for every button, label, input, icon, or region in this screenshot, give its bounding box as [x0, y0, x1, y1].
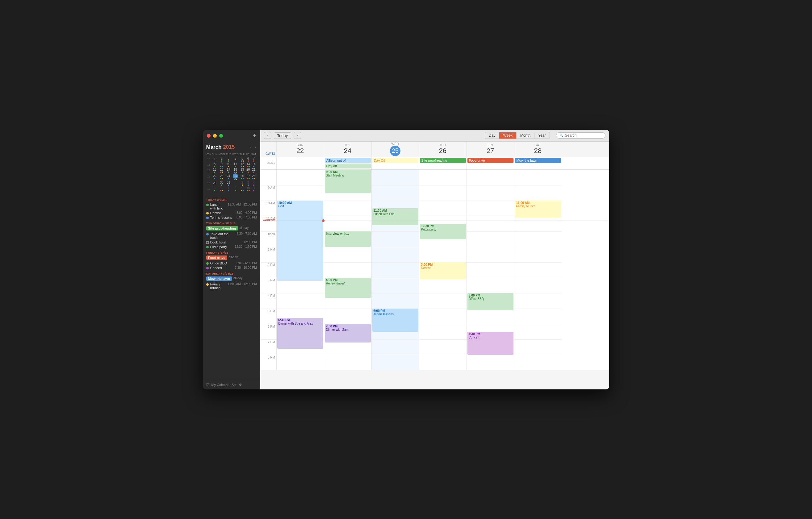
- week-header: CW 13 SUN 22 TUE 24 WED 25 THU 26: [260, 142, 609, 157]
- tennis-lessons-event[interactable]: 6:00 PM Tennis lessons: [372, 309, 418, 332]
- agenda-saturday-header: SATURDAY 3/28/15: [206, 272, 257, 275]
- list-item[interactable]: Family brunch 11:00 AM - 12:00 PM: [206, 282, 257, 290]
- staff-meeting-event[interactable]: 9:00 AM Staff Meeting: [325, 170, 371, 193]
- header-day-thu: THU 26: [419, 142, 466, 157]
- search-box: 🔍: [556, 132, 605, 139]
- allday-cell-tue: Allison out of... Day off: [324, 157, 371, 170]
- header-day-wed: WED 25: [371, 142, 419, 157]
- cal-toolbar: ‹ Today › Day Week Month Year 🔍: [260, 130, 609, 142]
- time-grid: 9 AM 10 AM 11 AM noon 1 PM 2 PM 3 PM 4 P…: [260, 170, 609, 370]
- renew-driver-event[interactable]: 4:00 PM Renew driver'...: [325, 278, 371, 298]
- agenda-today-header: TODAY 3/25/15: [206, 199, 257, 202]
- food-drive-tag: Food drive: [206, 255, 227, 260]
- list-item[interactable]: Pizza party 12:30 - 1:30 PM: [206, 245, 257, 249]
- event-dot: [206, 267, 209, 269]
- mini-cal-next[interactable]: ›: [254, 145, 257, 149]
- event-dot: [206, 262, 209, 265]
- dinner-sam-event[interactable]: 7:00 PM Dinner with Sam: [325, 324, 371, 342]
- mini-cal-header: March 2015 ‹ ›: [206, 144, 257, 150]
- allday-event[interactable]: Day off: [325, 163, 371, 169]
- concert-event[interactable]: 7:30 PM Concert: [467, 332, 514, 355]
- allday-event-site-proofreading[interactable]: Site proofreading: [420, 158, 466, 163]
- event-dot-square: [206, 241, 209, 244]
- agenda-friday-header: FRIDAY 3/27/15: [206, 251, 257, 254]
- pizza-party-event[interactable]: 12:30 PM Pizza party: [420, 224, 466, 239]
- day-col-sun: 10:00 AM Golf 6:30 PM Dinner with Sue an…: [276, 170, 324, 370]
- list-item[interactable]: Dentist 3:00 - 4:00 PM: [206, 211, 257, 215]
- allday-cell-sun: [276, 157, 324, 170]
- site-proofreading-tag: Site proofreading: [206, 226, 238, 231]
- allday-label: all-day: [260, 157, 276, 170]
- sidebar: + March 2015 ‹ › CW SUN MON: [203, 130, 260, 389]
- allday-cell-wed: Day Off: [371, 157, 419, 170]
- mini-cal-prev[interactable]: ‹: [250, 145, 252, 149]
- day-col-sat: 11:00 AM Family brunch: [514, 170, 561, 370]
- minimize-button[interactable]: [213, 134, 217, 138]
- year-view-button[interactable]: Year: [534, 132, 549, 139]
- interview-event[interactable]: Interview with...: [325, 232, 371, 247]
- list-item[interactable]: Food drive all-day: [206, 255, 257, 261]
- allday-event-food-drive[interactable]: Food drive: [467, 158, 514, 163]
- list-item[interactable]: Mow the lawn all-day: [206, 276, 257, 281]
- mini-cal-grid: CW SUN MON TUE WED THU FRI SAT 10 1 2: [206, 152, 257, 192]
- event-dot: [206, 246, 209, 248]
- prev-week-button[interactable]: ‹: [264, 132, 271, 139]
- header-day-sat: SAT 28: [514, 142, 561, 157]
- app-window: + March 2015 ‹ › CW SUN MON: [203, 130, 609, 389]
- event-dot: [206, 217, 209, 219]
- list-item[interactable]: Book hotel 12:00 PM: [206, 240, 257, 244]
- allday-row: all-day Allison out of... Day off Day Of…: [260, 157, 609, 170]
- list-item[interactable]: Site proofreading all-day: [206, 226, 257, 231]
- month-view-button[interactable]: Month: [517, 132, 534, 139]
- event-dot: [206, 283, 209, 286]
- header-day-fri: FRI 27: [466, 142, 514, 157]
- allday-event[interactable]: Allison out of...: [325, 158, 371, 163]
- header-day-sun: SUN 22: [276, 142, 324, 157]
- allday-cell-sat: Mow the lawn: [514, 157, 561, 170]
- sidebar-titlebar: +: [203, 130, 260, 142]
- mini-calendar: March 2015 ‹ › CW SUN MON TUE WED THU: [203, 142, 260, 194]
- cw-label: CW 13: [260, 142, 276, 157]
- add-event-button[interactable]: +: [253, 133, 256, 139]
- family-brunch-event[interactable]: 11:00 AM Family brunch: [515, 201, 561, 217]
- allday-event-mow-lawn[interactable]: Mow the lawn: [515, 158, 561, 163]
- time-label-col: 9 AM 10 AM 11 AM noon 1 PM 2 PM 3 PM 4 P…: [260, 170, 276, 370]
- allday-cell-fri: Food drive: [466, 157, 514, 170]
- view-switcher: Day Week Month Year: [485, 132, 550, 139]
- search-icon: 🔍: [559, 133, 564, 138]
- header-day-tue: TUE 24: [324, 142, 371, 157]
- day-col-tue: 9:00 AM Staff Meeting Interview with... …: [324, 170, 371, 370]
- event-dot: [206, 233, 209, 236]
- lunch-eric-event[interactable]: 11:30 AM Lunch with Eric: [372, 208, 418, 225]
- fullscreen-button[interactable]: [219, 134, 223, 138]
- event-dot: [206, 212, 209, 214]
- agenda-tomorrow-header: TOMORROW 3/26/15: [206, 222, 257, 225]
- mow-lawn-tag: Mow the lawn: [206, 276, 232, 281]
- office-bbq-event[interactable]: 5:00 PM Office BBQ: [467, 293, 514, 310]
- main-calendar: ‹ Today › Day Week Month Year 🔍 CW 13 SU…: [260, 130, 609, 389]
- event-dot: [206, 204, 209, 206]
- day-view-button[interactable]: Day: [485, 132, 499, 139]
- search-input[interactable]: [565, 133, 602, 138]
- agenda-section: TODAY 3/25/15 Lunch with Eric 11:30 AM -…: [203, 194, 260, 380]
- allday-cell-thu: Site proofreading: [419, 157, 466, 170]
- calendar-set-footer[interactable]: ☑ My Calendar Set ⊙: [203, 380, 260, 389]
- close-button[interactable]: [207, 134, 210, 138]
- golf-event[interactable]: 10:00 AM Golf: [277, 201, 323, 281]
- list-item[interactable]: Take out the trash 6:30 - 7:00 AM: [206, 232, 257, 239]
- day-col-fri: 5:00 PM Office BBQ 7:30 PM Concert: [466, 170, 514, 370]
- list-item[interactable]: Office BBQ 5:00 - 6:00 PM: [206, 261, 257, 265]
- allday-event[interactable]: Day Off: [372, 158, 418, 163]
- next-week-button[interactable]: ›: [294, 132, 301, 139]
- list-item[interactable]: Tennis lessons 6:00 - 7:30 PM: [206, 216, 257, 219]
- list-item[interactable]: Lunch with Eric 11:30 AM - 12:30 PM: [206, 203, 257, 210]
- dentist-event[interactable]: 3:00 PM Dentist: [420, 262, 466, 279]
- week-view-button[interactable]: Week: [499, 132, 516, 139]
- today-button[interactable]: Today: [274, 132, 291, 139]
- dinner-event[interactable]: 6:30 PM Dinner with Sue and Alex: [277, 318, 323, 349]
- mini-cal-title: March 2015: [206, 144, 235, 150]
- list-item[interactable]: Concert 7:30 - 10:00 PM: [206, 266, 257, 270]
- day-col-wed: 11:30 AM Lunch with Eric 6:00 PM Tennis …: [371, 170, 419, 370]
- mini-cal-nav: ‹ ›: [250, 145, 257, 149]
- time-grid-container: 9 AM 10 AM 11 AM noon 1 PM 2 PM 3 PM 4 P…: [260, 170, 609, 389]
